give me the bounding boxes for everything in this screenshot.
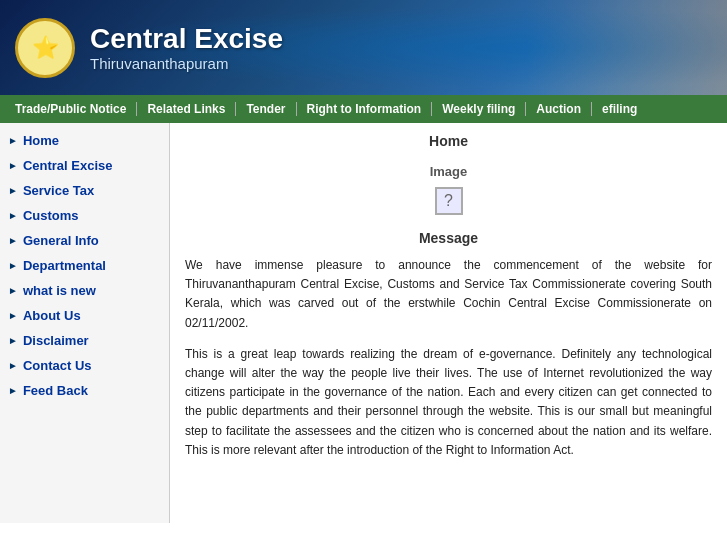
arrow-icon-disclaimer: ► [8, 335, 18, 346]
header-decoration [527, 0, 727, 95]
message-label: Message [185, 230, 712, 246]
arrow-icon-about-us: ► [8, 310, 18, 321]
sidebar-item-service-tax[interactable]: ► Service Tax [0, 178, 169, 203]
sidebar-item-home[interactable]: ► Home [0, 128, 169, 153]
sidebar-item-central-excise[interactable]: ► Central Excise [0, 153, 169, 178]
image-label: Image [185, 164, 712, 179]
star-icon: ⭐ [32, 35, 59, 61]
sidebar-item-what-is-new[interactable]: ► what is new [0, 278, 169, 303]
nav-tender[interactable]: Tender [236, 102, 296, 116]
sidebar: ► Home ► Central Excise ► Service Tax ► … [0, 123, 170, 523]
sidebar-link-contact-us[interactable]: Contact Us [23, 358, 92, 373]
arrow-icon-feed-back: ► [8, 385, 18, 396]
main-container: ► Home ► Central Excise ► Service Tax ► … [0, 123, 727, 523]
image-placeholder: ? [435, 187, 463, 215]
nav-trade-notice[interactable]: Trade/Public Notice [5, 102, 137, 116]
arrow-icon-contact-us: ► [8, 360, 18, 371]
nav-rti[interactable]: Right to Information [297, 102, 433, 116]
arrow-icon-what-is-new: ► [8, 285, 18, 296]
arrow-icon-central-excise: ► [8, 160, 18, 171]
sidebar-link-what-is-new[interactable]: what is new [23, 283, 96, 298]
sidebar-link-disclaimer[interactable]: Disclaimer [23, 333, 89, 348]
sidebar-link-home[interactable]: Home [23, 133, 59, 148]
sidebar-link-service-tax[interactable]: Service Tax [23, 183, 94, 198]
nav-efiling[interactable]: efiling [592, 102, 647, 116]
arrow-icon-general-info: ► [8, 235, 18, 246]
message-section: Message We have immense pleasure to anno… [185, 230, 712, 460]
page-title: Home [185, 133, 712, 149]
sidebar-link-about-us[interactable]: About Us [23, 308, 81, 323]
sidebar-item-contact-us[interactable]: ► Contact Us [0, 353, 169, 378]
arrow-icon-customs: ► [8, 210, 18, 221]
nav-related-links[interactable]: Related Links [137, 102, 236, 116]
logo-emblem: ⭐ [15, 18, 75, 78]
logo: ⭐ [10, 13, 80, 83]
sidebar-item-disclaimer[interactable]: ► Disclaimer [0, 328, 169, 353]
sidebar-item-general-info[interactable]: ► General Info [0, 228, 169, 253]
sidebar-item-departmental[interactable]: ► Departmental [0, 253, 169, 278]
nav-weekly-filing[interactable]: Weekly filing [432, 102, 526, 116]
sidebar-link-central-excise[interactable]: Central Excise [23, 158, 113, 173]
page-header: ⭐ Central Excise Thiruvananthapuram [0, 0, 727, 95]
sidebar-link-general-info[interactable]: General Info [23, 233, 99, 248]
site-subtitle: Thiruvananthapuram [90, 55, 283, 72]
arrow-icon-service-tax: ► [8, 185, 18, 196]
message-paragraph-2: This is a great leap towards realizing t… [185, 345, 712, 460]
sidebar-link-departmental[interactable]: Departmental [23, 258, 106, 273]
arrow-icon-departmental: ► [8, 260, 18, 271]
content-area: Home Image ? Message We have immense ple… [170, 123, 727, 523]
header-text-block: Central Excise Thiruvananthapuram [90, 23, 283, 72]
site-title: Central Excise [90, 23, 283, 55]
sidebar-item-feed-back[interactable]: ► Feed Back [0, 378, 169, 403]
navbar: Trade/Public Notice Related Links Tender… [0, 95, 727, 123]
image-section: Image ? [185, 164, 712, 215]
nav-auction[interactable]: Auction [526, 102, 592, 116]
sidebar-link-customs[interactable]: Customs [23, 208, 79, 223]
sidebar-link-feed-back[interactable]: Feed Back [23, 383, 88, 398]
sidebar-item-customs[interactable]: ► Customs [0, 203, 169, 228]
arrow-icon-home: ► [8, 135, 18, 146]
sidebar-item-about-us[interactable]: ► About Us [0, 303, 169, 328]
message-paragraph-1: We have immense pleasure to announce the… [185, 256, 712, 333]
